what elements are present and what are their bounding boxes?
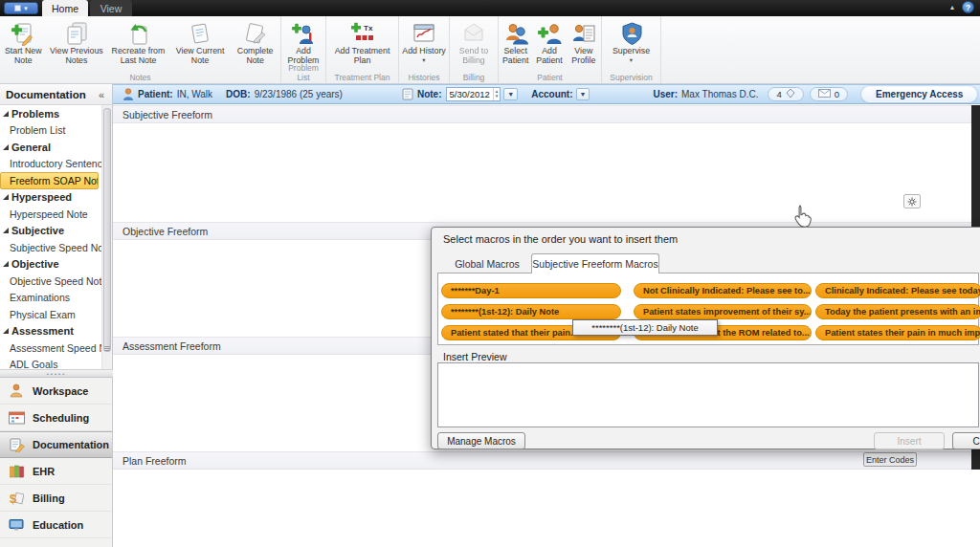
macro-pill[interactable]: *******Day-1 bbox=[441, 283, 621, 298]
previous-notes-icon bbox=[64, 20, 89, 46]
start-new-note-button[interactable]: Start New Note bbox=[0, 18, 46, 66]
tab-home[interactable]: Home bbox=[42, 0, 88, 16]
supervise-button[interactable]: Supervise ▾ bbox=[604, 18, 659, 62]
scrollbar-grip bbox=[104, 346, 110, 352]
sidebar-section-hyperspeed[interactable]: Hyperspeed bbox=[0, 189, 101, 207]
add-history-button[interactable]: Add History ▾ bbox=[399, 18, 449, 62]
sidebar-item-introductory-sentence[interactable]: Introductory Sentence bbox=[0, 156, 101, 173]
hand-cursor bbox=[791, 203, 813, 235]
nav-documentation[interactable]: Documentation bbox=[0, 431, 112, 458]
sidebar-splitter[interactable]: ••••• bbox=[0, 369, 113, 378]
education-icon bbox=[6, 518, 27, 532]
help-button[interactable]: ? bbox=[962, 1, 974, 13]
view-previous-notes-button[interactable]: View Previous Notes bbox=[47, 18, 106, 66]
dialog-title: Select macros in the order you want to i… bbox=[443, 233, 678, 245]
macro-pill[interactable]: ********(1st-12): Daily Note bbox=[441, 304, 621, 319]
sidebar-item-objective-speed-note[interactable]: Objective Speed Note bbox=[0, 273, 101, 290]
sidebar-item-freeform-soap-note[interactable]: Freeform SOAP Note bbox=[0, 172, 99, 189]
sidebar-nav: Workspace Scheduling Documentation EHR $… bbox=[0, 378, 113, 547]
nav-ehr[interactable]: EHR bbox=[0, 458, 112, 485]
app-window: ▾ Home View ▴ ? Start New Note bbox=[0, 0, 980, 547]
section-header-plan: Plan Freeform bbox=[113, 451, 971, 470]
macro-tooltip: ********(1st-12): Daily Note bbox=[572, 319, 718, 336]
sidebar-section-subjective[interactable]: Subjective bbox=[0, 223, 101, 240]
enter-codes-button[interactable]: Enter Codes bbox=[863, 452, 917, 467]
macro-pill[interactable]: Patient states their pain in much impr..… bbox=[815, 325, 980, 340]
sidebar-section-general[interactable]: General bbox=[0, 139, 101, 156]
note-label: Note: bbox=[417, 89, 442, 99]
view-profile-icon bbox=[571, 20, 596, 46]
nav-workspace[interactable]: Workspace bbox=[0, 378, 112, 405]
sidebar-item-adl-goals[interactable]: ADL Goals bbox=[0, 357, 101, 370]
current-note-icon bbox=[188, 20, 212, 46]
tab-subjective-freeform-macros[interactable]: Subjective Freeform Macros bbox=[531, 253, 659, 274]
sidebar-item-problem-list[interactable]: Problem List bbox=[0, 122, 101, 140]
svg-text:Tx: Tx bbox=[364, 24, 373, 33]
nav-scheduling[interactable]: Scheduling bbox=[0, 405, 112, 431]
messages-pill[interactable]: 0 bbox=[810, 87, 848, 101]
patient-label: Patient: bbox=[138, 89, 173, 99]
ribbon-group-label: Patient bbox=[499, 73, 601, 82]
insert-preview-box[interactable] bbox=[437, 362, 979, 427]
nav-education[interactable]: Education bbox=[0, 512, 112, 538]
tab-view[interactable]: View bbox=[90, 0, 132, 16]
emergency-access-button[interactable]: Emergency Access bbox=[861, 86, 977, 102]
sidebar-scrollbar[interactable] bbox=[102, 105, 113, 369]
macro-pill[interactable]: Not Clinically Indicated: Please see to.… bbox=[634, 283, 812, 298]
send-to-billing-button[interactable]: Send to Billing bbox=[451, 18, 497, 66]
sidebar-section-objective[interactable]: Objective bbox=[0, 256, 101, 274]
sidebar-section-assessment[interactable]: Assessment bbox=[0, 323, 101, 340]
notifications-pill[interactable]: 4 bbox=[768, 87, 803, 101]
cancel-button[interactable]: Cancel bbox=[952, 432, 980, 449]
recreate-from-last-note-button[interactable]: Recreate from Last Note bbox=[106, 18, 169, 66]
expander-icon bbox=[3, 328, 9, 334]
ribbon-group-notes: Start New Note View Previous Notes Recre… bbox=[0, 16, 281, 83]
account-dropdown-button[interactable]: ▼ bbox=[576, 88, 590, 100]
dob-label: DOB: bbox=[226, 89, 251, 99]
ribbon-group-problem-list: Add Problem Problem List bbox=[281, 16, 326, 83]
add-patient-button[interactable]: Add Patient bbox=[532, 18, 566, 66]
window-menu-button[interactable]: ▾ bbox=[4, 2, 38, 14]
subjective-freeform-field[interactable] bbox=[113, 123, 971, 222]
scrollbar-thumb[interactable] bbox=[103, 108, 111, 352]
billing-icon: $ bbox=[6, 491, 27, 505]
insert-button[interactable]: Insert bbox=[874, 432, 945, 449]
expander-icon bbox=[3, 111, 9, 117]
sidebar-item-subjective-speed-note[interactable]: Subjective Speed Note bbox=[0, 239, 101, 256]
note-date-spinner[interactable]: ▲ ▼ bbox=[493, 88, 500, 100]
sidebar-section-problems[interactable]: Problems bbox=[0, 105, 101, 122]
macros-button[interactable] bbox=[903, 194, 921, 208]
view-current-note-button[interactable]: View Current Note bbox=[170, 18, 230, 66]
complete-note-icon bbox=[243, 20, 268, 46]
nav-billing[interactable]: $ Billing bbox=[0, 485, 112, 512]
add-problem-button[interactable]: Add Problem bbox=[282, 18, 324, 66]
sidebar-document-list: Problems Problem List General Introducto… bbox=[0, 105, 102, 369]
collapse-sidebar-icon[interactable]: « bbox=[99, 89, 104, 100]
view-profile-button[interactable]: View Profile bbox=[567, 18, 601, 66]
ribbon-group-histories: Add History ▾ Histories bbox=[399, 16, 450, 83]
macro-pill[interactable]: Clinically Indicated: Please see today's… bbox=[815, 283, 980, 298]
sidebar-item-hyperspeed-note[interactable]: Hyperspeed Note bbox=[0, 206, 101, 223]
patient-icon bbox=[122, 88, 134, 101]
note-dropdown-button[interactable]: ▼ bbox=[503, 88, 518, 100]
note-date-input[interactable]: 5/30/2012 ▲ ▼ bbox=[446, 87, 501, 101]
collapse-ribbon-icon[interactable]: ▴ bbox=[950, 3, 954, 11]
note-icon bbox=[402, 88, 413, 100]
select-patient-button[interactable]: Select Patient bbox=[499, 18, 532, 66]
sidebar-header: Documentation « bbox=[0, 84, 113, 105]
macro-pill[interactable]: Today the patient presents with an im... bbox=[815, 304, 980, 319]
tab-global-macros[interactable]: Global Macros bbox=[447, 253, 527, 274]
messages-count: 0 bbox=[835, 89, 839, 99]
send-to-billing-icon bbox=[461, 20, 486, 46]
sidebar-item-examinations[interactable]: Examinations bbox=[0, 290, 101, 307]
sidebar-item-physical-exam[interactable]: Physical Exam bbox=[0, 306, 101, 323]
complete-note-button[interactable]: Complete Note bbox=[231, 18, 280, 66]
add-treatment-plan-button[interactable]: Tx Add Treatment Plan bbox=[328, 18, 397, 66]
svg-text:$: $ bbox=[10, 492, 17, 506]
sidebar-item-assessment-speed-note[interactable]: Assessment Speed No bbox=[0, 339, 101, 357]
plan-freeform-field[interactable] bbox=[113, 470, 971, 547]
macro-pill[interactable]: Patient states improvement of their sy..… bbox=[634, 304, 812, 319]
manage-macros-button[interactable]: Manage Macros bbox=[437, 432, 525, 449]
recreate-note-icon bbox=[125, 20, 150, 46]
dob-value: 9/23/1986 (25 years) bbox=[255, 89, 343, 99]
